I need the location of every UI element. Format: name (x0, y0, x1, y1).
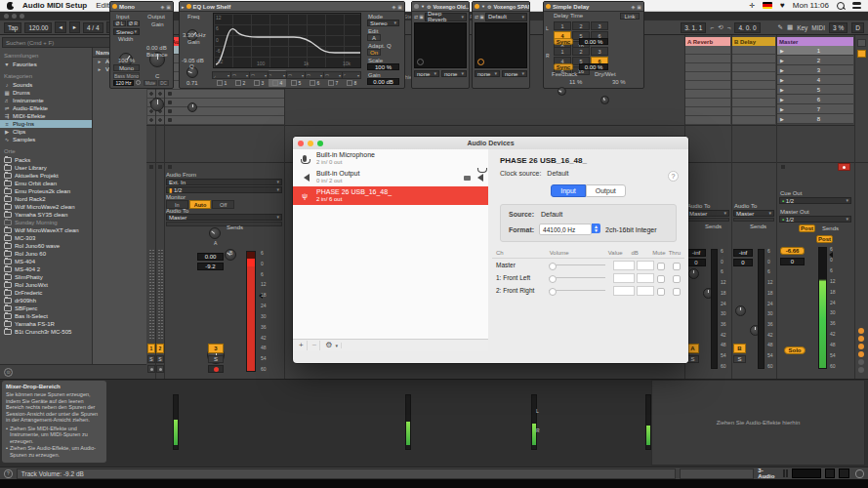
return-b-send-a-knob[interactable] (735, 305, 746, 316)
track-1-arm[interactable] (147, 365, 155, 373)
track-2-solo[interactable]: S (156, 355, 164, 363)
peak-level-display[interactable]: 0.00 (197, 253, 224, 261)
preset-select[interactable]: Deep Reverb▾ (425, 13, 467, 21)
eq-edit-button[interactable]: A (367, 34, 381, 41)
beat-division-button[interactable]: 1 (554, 21, 571, 30)
link-button[interactable]: Link (620, 13, 640, 20)
mute-button[interactable]: Mute (144, 80, 157, 86)
spotlight-search-icon[interactable] (837, 2, 845, 10)
bass-mono-freq[interactable]: 120 Hz (113, 80, 134, 86)
adapt-q-button[interactable]: On (367, 49, 381, 56)
eq-band-cell[interactable]: ◠▾ 3 (250, 70, 268, 87)
sidebar-place-item[interactable]: Sunday Morning (0, 219, 92, 226)
sidebar-place-item[interactable]: Rol Juno60 wave (0, 242, 92, 250)
right-offset-value[interactable]: 0.00 % (579, 63, 608, 70)
remove-device-button[interactable]: − (310, 341, 321, 350)
track-2-arm[interactable] (156, 365, 164, 373)
preset-select[interactable]: Default▾ (485, 13, 527, 21)
save-preset-icon[interactable]: ▣ (419, 14, 424, 20)
solo-button[interactable]: S (208, 355, 224, 363)
return-b-audio-to-select[interactable]: Master▾ (733, 210, 774, 217)
dialog-title-bar[interactable]: Audio Devices (293, 137, 688, 150)
device-drop-area[interactable]: Ziehen Sie Audio-Effekte hierhin (651, 380, 865, 466)
keyboard-layout-flag-icon[interactable] (763, 2, 772, 9)
return-a-send-a-knob[interactable] (688, 268, 699, 279)
master-solo-button[interactable]: Solo (784, 346, 806, 354)
sidebar-place-item[interactable]: Packs (0, 156, 92, 164)
device-header[interactable]: Mono ◈▣ (110, 2, 173, 12)
draw-mode-icon[interactable]: ✎ (778, 23, 783, 31)
punch-out-icon[interactable]: ¬ (727, 24, 731, 31)
eq-band-cell[interactable]: ◠▾ 5 (287, 70, 305, 87)
scene-slot[interactable]: ▶ 2 (777, 56, 853, 65)
band-enable-checkbox[interactable] (254, 80, 260, 86)
device-header[interactable]: ▸ EQ Low Shelf ◈▣ (180, 2, 404, 12)
sidebar-place-item[interactable]: SBFperc (0, 305, 92, 312)
dry-wet-value[interactable]: 30 % (612, 79, 626, 86)
computer-midi-keyboard-icon[interactable]: ▦ (787, 23, 793, 31)
band-enable-checkbox[interactable] (347, 80, 352, 86)
save-preset-icon[interactable]: ▣ (479, 14, 484, 20)
sidebar-category-item[interactable]: ⌗ Plug-Ins (0, 120, 92, 128)
scene-slot[interactable]: ▶ 8 (777, 114, 853, 124)
band-enable-checkbox[interactable] (328, 80, 334, 86)
right-sync-button[interactable]: Sync (554, 63, 573, 70)
clip-slots-return-b[interactable] (732, 46, 775, 125)
plugin-param-a-select[interactable]: none▾ (414, 70, 439, 77)
phase-right-button[interactable]: Ø R (127, 20, 140, 26)
eq-band-cell[interactable]: ◠▾ 7 (324, 70, 342, 87)
return-track-header-b[interactable]: B Delay (732, 37, 775, 46)
mono-button[interactable]: Mono (113, 64, 140, 71)
thru-checkbox[interactable] (673, 288, 681, 296)
sidebar-place-item[interactable]: SlimPhatty (0, 273, 92, 281)
track-1-activator[interactable]: 1 (147, 344, 155, 353)
stop-all-clips-button[interactable] (781, 165, 785, 169)
dry-wet-knob[interactable] (600, 96, 609, 104)
sidebar-place-item[interactable]: B1t Crunch3r MC-505 (0, 328, 92, 336)
volume-slider[interactable] (549, 277, 606, 278)
nudge-down-button[interactable]: ◂ (55, 21, 65, 33)
midi-map-button[interactable]: MIDI (811, 24, 825, 31)
dc-button[interactable]: DC (158, 80, 169, 86)
monitor-option[interactable]: Off (212, 200, 234, 209)
audio-device-row[interactable]: ψ PHASE 26 USB_16_48_ 2 in/ 6 out (293, 186, 488, 205)
menu-clock[interactable]: Mon 11:06 (793, 1, 829, 10)
gear-menu-button[interactable]: ⚙▾ (322, 341, 345, 350)
audio-from-select[interactable]: Ext. In▾ (166, 179, 282, 185)
band-enable-checkbox[interactable] (310, 80, 315, 86)
plugin-param-a-select[interactable]: none▾ (475, 70, 500, 77)
bass-mono-button[interactable]: Bass Mono (113, 72, 140, 79)
master-track-header[interactable]: Master (777, 37, 853, 46)
track-activator-button[interactable]: 3 (208, 344, 224, 353)
sidebar-place-item[interactable]: User Library (0, 164, 92, 172)
beat-division-button[interactable]: 3 (591, 47, 608, 56)
return-b-meter[interactable] (758, 249, 765, 369)
sidebar-category-item[interactable]: ▦ Drums (0, 89, 92, 97)
freq-value[interactable]: 3.30 kHz (183, 32, 206, 39)
time-signature-field[interactable]: 4 / 4 (83, 22, 103, 33)
scene-slot[interactable]: ▶ 7 (777, 104, 853, 114)
sidebar-place-item[interactable]: Wdf MicroWave2 clean (0, 203, 92, 211)
eq-band-cell[interactable]: ◞▾ 1 (213, 70, 230, 87)
expand-triangle-icon[interactable]: ▸ (97, 66, 103, 72)
device-power-icon[interactable] (546, 4, 551, 9)
tab-output[interactable]: Output (586, 184, 626, 197)
tap-tempo-button[interactable]: Tap (4, 22, 21, 33)
device-power-icon[interactable] (414, 4, 419, 9)
sidebar-category-item[interactable]: ∿ Samples (0, 136, 92, 143)
sidebar-place-item[interactable]: DrFrederic (0, 289, 92, 297)
sidebar-place-item[interactable]: Aktuelles Projekt (0, 172, 92, 180)
balance-knob[interactable] (150, 98, 164, 111)
band-enable-checkbox[interactable] (217, 80, 223, 86)
control-center-icon[interactable] (852, 2, 861, 9)
sidebar-place-item[interactable]: Rol JunoWxt (0, 281, 92, 289)
bass-mono-listen-icon[interactable] (136, 80, 141, 85)
return-b-solo[interactable]: S (733, 355, 746, 363)
help-button[interactable]: ? (668, 171, 679, 182)
mixer-section-toggle[interactable] (858, 351, 864, 357)
stop-clip-button[interactable] (168, 165, 172, 169)
sidebar-place-item[interactable]: Bas It-Select (0, 312, 92, 320)
track-2-activator[interactable]: 2 (156, 344, 164, 353)
sidebar-category-item[interactable]: ♬ Instrumente (0, 97, 92, 104)
plugin-param-b-select[interactable]: none▾ (502, 70, 527, 77)
